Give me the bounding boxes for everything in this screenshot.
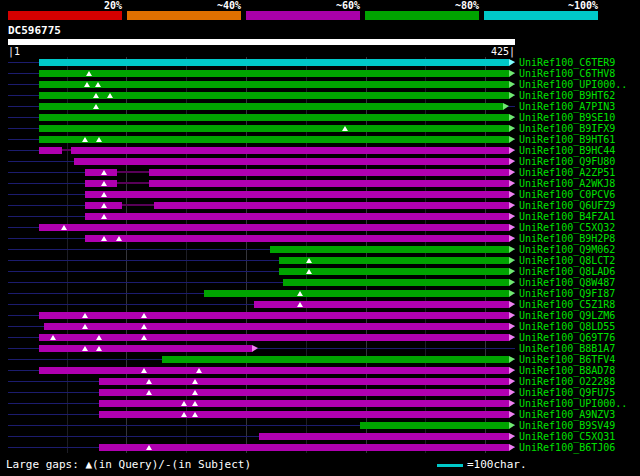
alignment-row: UniRef100_Q8W487 — [0, 277, 640, 288]
alignment-row: UniRef100_Q8LD55 — [0, 321, 640, 332]
subject-label[interactable]: UniRef100_A2WKJ8 — [519, 178, 615, 189]
subject-label[interactable]: UniRef100_C5XQ31 — [519, 431, 615, 442]
alignment-bar[interactable] — [283, 279, 509, 286]
alignment-bar[interactable] — [39, 103, 503, 110]
subject-label[interactable]: UniRef100_Q8LD55 — [519, 321, 615, 332]
subject-label[interactable]: UniRef100_B6TJ06 — [519, 442, 615, 453]
alignment-bar[interactable] — [85, 213, 509, 220]
alignment-arrowhead — [509, 268, 515, 275]
alignment-bar[interactable] — [44, 323, 509, 330]
subject-label[interactable]: UniRef100_UPI000.. — [519, 398, 627, 409]
subject-label[interactable]: UniRef100_C0PCV6 — [519, 189, 615, 200]
alignment-bar[interactable] — [39, 147, 62, 154]
identity-scale-labels: 20%~40%~60%~80%~100% — [0, 0, 640, 11]
gap-marker-icon — [146, 390, 152, 395]
alignment-arrowhead — [509, 59, 515, 66]
subject-label[interactable]: UniRef100_Q9FU75 — [519, 387, 615, 398]
alignment-bar[interactable] — [39, 59, 509, 66]
alignment-bar[interactable] — [99, 411, 509, 418]
query-id: DC596775 — [8, 24, 61, 37]
scale-segment — [484, 11, 598, 20]
subject-label[interactable]: UniRef100_A9NZV3 — [519, 409, 615, 420]
alignment-row: UniRef100_B9SV49 — [0, 420, 640, 431]
subject-label[interactable]: UniRef100_C5XQ32 — [519, 222, 615, 233]
subject-label[interactable]: UniRef100_Q69T76 — [519, 332, 615, 343]
subject-label[interactable]: UniRef100_C6TER9 — [519, 57, 615, 68]
alignment-bar[interactable] — [62, 149, 71, 151]
alignment-bar[interactable] — [39, 125, 509, 132]
subject-label[interactable]: UniRef100_Q8W487 — [519, 277, 615, 288]
alignment-arrowhead — [509, 114, 515, 121]
alignment-row: UniRef100_C5XQ32 — [0, 222, 640, 233]
alignment-bar[interactable] — [162, 356, 509, 363]
alignment-bar[interactable] — [99, 389, 509, 396]
alignment-bar[interactable] — [85, 191, 509, 198]
subject-label[interactable]: UniRef100_B4FZA1 — [519, 211, 615, 222]
subject-label[interactable]: UniRef100_B9HT61 — [519, 134, 615, 145]
alignment-bar[interactable] — [149, 180, 509, 187]
subject-label[interactable]: UniRef100_B9HT62 — [519, 90, 615, 101]
alignment-bar[interactable] — [39, 367, 509, 374]
subject-label[interactable]: UniRef100_Q8LAD6 — [519, 266, 615, 277]
gap-marker-icon — [306, 258, 312, 263]
query-ruler-bar — [8, 39, 515, 45]
alignment-bar[interactable] — [154, 202, 509, 209]
alignment-row: UniRef100_B9SE10 — [0, 112, 640, 123]
subject-label[interactable]: UniRef100_B9SE10 — [519, 112, 615, 123]
alignment-row: UniRef100_B9HC44 — [0, 145, 640, 156]
alignment-bar[interactable] — [259, 433, 509, 440]
alignment-bar[interactable] — [99, 444, 509, 451]
alignment-bar[interactable] — [204, 290, 509, 297]
alignment-bar[interactable] — [279, 257, 509, 264]
alignment-bar[interactable] — [122, 204, 154, 206]
alignment-bar[interactable] — [39, 70, 509, 77]
alignment-row: UniRef100_Q6UFZ9 — [0, 200, 640, 211]
subject-label[interactable]: UniRef100_Q9FI87 — [519, 288, 615, 299]
alignment-bar[interactable] — [39, 345, 252, 352]
gap-marker-icon — [82, 313, 88, 318]
alignment-row: UniRef100_Q8LCT2 — [0, 255, 640, 266]
subject-label[interactable]: UniRef100_C5Z1R8 — [519, 299, 615, 310]
subject-label[interactable]: UniRef100_B8B1A7 — [519, 343, 615, 354]
subject-label[interactable]: UniRef100_C6THV8 — [519, 68, 615, 79]
subject-label[interactable]: UniRef100_B9SV49 — [519, 420, 615, 431]
alignment-bar[interactable] — [74, 158, 509, 165]
alignment-row: UniRef100_Q9LZM6 — [0, 310, 640, 321]
subject-label[interactable]: UniRef100_Q8LCT2 — [519, 255, 615, 266]
subject-label[interactable]: UniRef100_B9H2P8 — [519, 233, 615, 244]
subject-label[interactable]: UniRef100_UPI000.. — [519, 79, 627, 90]
alignment-bar[interactable] — [254, 301, 509, 308]
alignment-arrowhead — [509, 191, 515, 198]
alignment-bar[interactable] — [39, 81, 509, 88]
subject-label[interactable]: UniRef100_A2ZP51 — [519, 167, 615, 178]
alignment-bar[interactable] — [39, 224, 509, 231]
alignment-bar[interactable] — [39, 312, 509, 319]
alignment-bar[interactable] — [270, 246, 509, 253]
subject-label[interactable]: UniRef100_Q6UFZ9 — [519, 200, 615, 211]
subject-label[interactable]: UniRef100_B9HC44 — [519, 145, 615, 156]
subject-label[interactable]: UniRef100_B9IFX9 — [519, 123, 615, 134]
alignment-bar[interactable] — [99, 400, 509, 407]
subject-label[interactable]: UniRef100_Q9M062 — [519, 244, 615, 255]
alignment-bar[interactable] — [149, 169, 509, 176]
subject-label[interactable]: UniRef100_Q9LZM6 — [519, 310, 615, 321]
subject-label[interactable]: UniRef100_B8AD78 — [519, 365, 615, 376]
alignment-arrowhead — [509, 290, 515, 297]
alignment-bar[interactable] — [39, 114, 509, 121]
alignment-bar[interactable] — [279, 268, 509, 275]
subject-label[interactable]: UniRef100_O22288 — [519, 376, 615, 387]
scale-label: ~80% — [365, 0, 479, 11]
subject-label[interactable]: UniRef100_Q9FU80 — [519, 156, 615, 167]
alignment-bar[interactable] — [99, 378, 509, 385]
ruler: |1 425| — [0, 46, 640, 57]
alignment-bar[interactable] — [71, 147, 509, 154]
alignment-bar[interactable] — [360, 422, 509, 429]
alignment-bar[interactable] — [117, 171, 149, 173]
alignment-bar[interactable] — [117, 182, 149, 184]
alignment-bar[interactable] — [39, 136, 509, 143]
alignment-bar[interactable] — [85, 235, 509, 242]
alignment-bar[interactable] — [39, 334, 509, 341]
subject-label[interactable]: UniRef100_A7PIN3 — [519, 101, 615, 112]
gap-marker-icon — [101, 192, 107, 197]
subject-label[interactable]: UniRef100_B6TFV4 — [519, 354, 615, 365]
